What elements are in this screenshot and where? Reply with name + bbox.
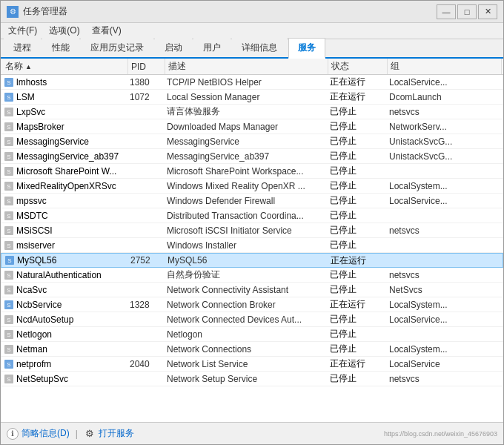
service-desc: MessagingService — [164, 136, 327, 147]
col-pid[interactable]: PID — [128, 59, 165, 74]
service-group: LocalService... — [386, 196, 503, 206]
watermark: https://blog.csdn.net/weixin_45676903 — [384, 430, 497, 438]
service-status: 已停止 — [327, 372, 386, 385]
table-row[interactable]: S MapsBroker Downloaded Maps Manager 已停止… — [1, 119, 503, 134]
table-row[interactable]: S msiserver Windows Installer 已停止 — [1, 238, 503, 253]
svg-text:S: S — [7, 109, 10, 116]
table-row[interactable]: S NcaSvc Network Connectivity Assistant … — [1, 283, 503, 297]
service-name: S MSDTC — [1, 211, 127, 221]
content-area: 名称 ▲ PID 描述 状态 组 S lmhosts 1380 TCP/IP N… — [1, 59, 503, 422]
tab-users[interactable]: 用户 — [193, 38, 231, 57]
table-row[interactable]: S NaturalAuthentication 自然身份验证 已停止 netsv… — [1, 268, 503, 283]
menu-file[interactable]: 文件(F) — [4, 23, 42, 39]
service-name: S Netlogon — [1, 329, 127, 340]
service-pid: 1380 — [127, 77, 164, 88]
service-group: LocalSystem... — [386, 300, 503, 310]
menu-view[interactable]: 查看(V) — [87, 23, 126, 39]
col-group[interactable]: 组 — [388, 59, 502, 74]
service-desc: Microsoft iSCSI Initiator Service — [164, 225, 327, 236]
service-status: 已停止 — [327, 239, 386, 251]
table-row[interactable]: S NcdAutoSetup Network Connected Devices… — [1, 312, 503, 327]
service-pid: 1328 — [127, 300, 164, 310]
service-desc: Network Connectivity Assistant — [164, 285, 327, 295]
table-row[interactable]: S LxpSvc 请言体验服务 已停止 netsvcs — [1, 105, 503, 119]
service-name: S NcbService — [1, 300, 127, 310]
service-desc: MySQL56 — [165, 255, 328, 266]
service-status: 已停止 — [327, 328, 386, 340]
tab-performance[interactable]: 性能 — [42, 38, 79, 57]
service-name: S MessagingService_ab397 — [1, 151, 127, 162]
table-row[interactable]: S MessagingService_ab397 MessagingServic… — [1, 149, 503, 164]
table-row[interactable]: S MySQL56 2752 MySQL56 正在运行 — [1, 253, 503, 268]
svg-text:S: S — [7, 257, 11, 264]
table-row[interactable]: S netprofm 2040 Network List Service 正在运… — [1, 357, 503, 372]
maximize-button[interactable]: □ — [457, 4, 477, 19]
minimize-button[interactable]: — — [437, 4, 456, 19]
service-group: netsvcs — [386, 374, 503, 384]
task-manager-window: ⚙ 任务管理器 — □ ✕ 文件(F) 选项(O) 查看(V) 进程 性能 应用… — [0, 0, 504, 445]
tab-details[interactable]: 详细信息 — [232, 38, 287, 57]
service-desc: Windows Mixed Reality OpenXR ... — [164, 181, 327, 191]
svg-text:S: S — [7, 139, 10, 145]
table-row[interactable]: S Netman Network Connections 已停止 LocalSy… — [1, 342, 503, 357]
close-button[interactable]: ✕ — [478, 4, 497, 19]
table-row[interactable]: S MessagingService MessagingService 已停止 … — [1, 134, 503, 149]
svg-text:S: S — [7, 302, 10, 309]
col-desc[interactable]: 描述 — [165, 59, 328, 74]
table-row[interactable]: S Netlogon Netlogon 已停止 — [1, 327, 503, 342]
svg-text:S: S — [7, 168, 10, 175]
open-services-button[interactable]: 打开服务 — [99, 427, 134, 440]
service-desc: Network Connections — [164, 344, 327, 355]
status-bar: ℹ 简略信息(D) | ⚙ 打开服务 https://blog.csdn.net… — [1, 422, 503, 444]
table-row[interactable]: S NetSetupSvc Network Setup Service 已停止 … — [1, 372, 503, 386]
svg-text:S: S — [7, 124, 10, 131]
table-row[interactable]: S lmhosts 1380 TCP/IP NetBIOS Helper 正在运… — [1, 75, 503, 90]
service-group: UnistackSvcG... — [386, 136, 503, 147]
brief-info-button[interactable]: 简略信息(D) — [21, 427, 70, 440]
service-status: 已停止 — [327, 283, 386, 296]
service-name: S MapsBroker — [1, 122, 127, 132]
service-status: 已停止 — [327, 120, 386, 133]
service-group: LocalService... — [386, 77, 503, 88]
tab-processes[interactable]: 进程 — [4, 38, 41, 57]
service-group: UnistackSvcG... — [386, 151, 503, 162]
window-controls: — □ ✕ — [437, 4, 497, 19]
col-status[interactable]: 状态 — [328, 59, 388, 74]
service-name: S LSM — [1, 92, 127, 102]
col-name[interactable]: 名称 ▲ — [2, 59, 128, 74]
menu-options[interactable]: 选项(O) — [44, 23, 84, 39]
service-desc: Windows Installer — [164, 240, 327, 251]
table-row[interactable]: S Microsoft SharePoint W... Microsoft Sh… — [1, 164, 503, 179]
table-row[interactable]: S MSiSCSI Microsoft iSCSI Initiator Serv… — [1, 223, 503, 238]
service-group: netsvcs — [386, 270, 503, 280]
service-desc: 请言体验服务 — [164, 105, 327, 118]
service-status: 已停止 — [327, 179, 386, 192]
table-row[interactable]: S mpssvc Windows Defender Firewall 已停止 L… — [1, 194, 503, 208]
menu-bar: 文件(F) 选项(O) 查看(V) — [1, 23, 503, 39]
tab-startup[interactable]: 启动 — [155, 38, 192, 57]
service-name: S MSiSCSI — [1, 225, 127, 236]
service-desc: TCP/IP NetBIOS Helper — [164, 77, 327, 88]
svg-text:S: S — [7, 213, 10, 220]
services-table[interactable]: S lmhosts 1380 TCP/IP NetBIOS Helper 正在运… — [1, 75, 503, 422]
service-name: S Netman — [1, 344, 127, 355]
service-status: 已停止 — [327, 150, 386, 162]
service-desc: MessagingService_ab397 — [164, 151, 327, 162]
service-status: 已停止 — [327, 165, 386, 177]
table-row[interactable]: S NcbService 1328 Network Connection Bro… — [1, 297, 503, 312]
table-row[interactable]: S LSM 1072 Local Session Manager 正在运行 Dc… — [1, 90, 503, 105]
svg-text:S: S — [7, 361, 10, 368]
service-name: S NcaSvc — [1, 285, 127, 295]
service-group: NetSvcs — [386, 285, 503, 295]
app-icon: ⚙ — [7, 6, 19, 18]
table-row[interactable]: S MixedRealityOpenXRSvc Windows Mixed Re… — [1, 179, 503, 194]
tab-app-history[interactable]: 应用历史记录 — [81, 38, 153, 57]
service-group: LocalSystem... — [386, 344, 503, 355]
service-group: netsvcs — [386, 107, 503, 117]
svg-text:S: S — [7, 228, 10, 234]
table-row[interactable]: S MSDTC Distributed Transaction Coordina… — [1, 208, 503, 223]
tab-services[interactable]: 服务 — [288, 38, 325, 59]
service-desc: Downloaded Maps Manager — [164, 122, 327, 132]
window-title: 任务管理器 — [23, 5, 67, 18]
service-status: 正在运行 — [327, 76, 386, 88]
